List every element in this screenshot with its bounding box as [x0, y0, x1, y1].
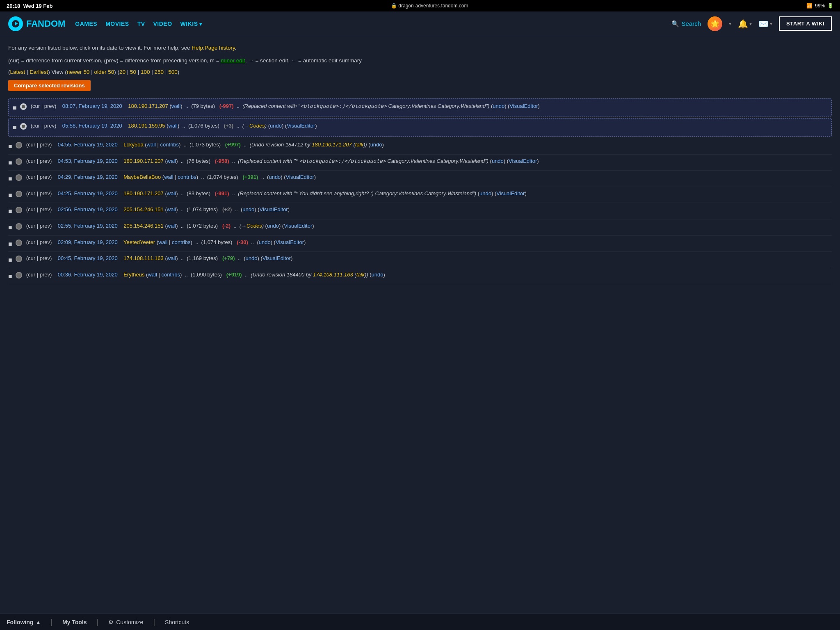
user-avatar[interactable]: 🌟 [708, 16, 722, 31]
rev-date[interactable]: 04:29, February 19, 2020 [58, 174, 118, 180]
compare-revisions-button[interactable]: Compare selected revisions [8, 80, 91, 91]
rev-delta: (+997) [225, 142, 241, 148]
radio-button[interactable] [16, 256, 22, 262]
wall-link[interactable]: wall [164, 174, 173, 180]
rev-username[interactable]: MaybeBellaBoo [123, 174, 161, 180]
radio-button[interactable] [16, 240, 22, 246]
radio-button[interactable] [20, 123, 27, 130]
wall-link[interactable]: wall [167, 255, 176, 261]
view250-link[interactable]: 250 [155, 69, 164, 75]
visual-editor-link[interactable]: VisualEditor [262, 255, 291, 261]
nav-movies[interactable]: MOVIES [105, 21, 129, 27]
undo-link[interactable]: undo [242, 206, 254, 212]
wall-link[interactable]: wall [171, 103, 180, 109]
radio-button[interactable] [16, 223, 22, 230]
radio-button[interactable] [16, 191, 22, 197]
rev-user-ip[interactable]: 174.108.111.163 [123, 255, 164, 261]
radio-button[interactable] [16, 174, 22, 181]
undo-link[interactable]: undo [370, 142, 382, 148]
visual-editor-link[interactable]: VisualEditor [287, 123, 315, 129]
wall-link[interactable]: wall [167, 223, 176, 229]
wall-link[interactable]: wall [169, 123, 178, 129]
rev-user-ip[interactable]: 180.190.171.207 [123, 190, 164, 196]
undo-link[interactable]: undo [492, 158, 504, 164]
rev-username[interactable]: Erytheus [123, 272, 144, 278]
rev-date[interactable]: 05:58, February 19, 2020 [62, 123, 122, 129]
older50-link[interactable]: older 50 [94, 69, 114, 75]
rev-username[interactable]: Lcky5oa [123, 142, 143, 148]
undo-link[interactable]: undo [270, 123, 282, 129]
visual-editor-link[interactable]: VisualEditor [284, 223, 312, 229]
rev-date[interactable]: 02:55, February 19, 2020 [58, 223, 118, 229]
visual-editor-link[interactable]: VisualEditor [276, 239, 304, 245]
wall-link[interactable]: wall [147, 142, 156, 148]
rev-date[interactable]: 02:56, February 19, 2020 [58, 206, 118, 212]
rev-bytes: (1,072 bytes) [187, 223, 218, 229]
wall-link[interactable]: wall [167, 158, 176, 164]
avatar-arrow[interactable]: ▾ [729, 21, 731, 27]
wall-link[interactable]: wall [167, 190, 176, 196]
rev-user-ip[interactable]: 205.154.246.151 [123, 223, 164, 229]
rev-user-ip[interactable]: 180.190.171.207 [128, 103, 168, 109]
view20-link[interactable]: 20 [119, 69, 126, 75]
messages-button[interactable]: ✉️ ▾ [758, 19, 772, 29]
rev-delta: (+919) [226, 272, 242, 278]
rev-user-ip[interactable]: 180.191.159.95 [128, 123, 165, 129]
view500-link[interactable]: 500 [168, 69, 178, 75]
nav-video[interactable]: VIDEO [153, 21, 172, 27]
undo-link[interactable]: undo [372, 272, 383, 278]
latest-link[interactable]: Latest [10, 69, 25, 75]
minor-edit-link[interactable]: minor edit [221, 57, 245, 64]
undo-link[interactable]: undo [259, 239, 271, 245]
radio-button[interactable] [16, 207, 22, 213]
help-page-history-link[interactable]: Help:Page history [192, 45, 235, 51]
search-button[interactable]: 🔍 Search [671, 20, 701, 27]
rev-date[interactable]: 04:53, February 19, 2020 [58, 158, 118, 164]
earliest-link[interactable]: Earliest [30, 69, 48, 75]
radio-button[interactable] [16, 142, 22, 148]
radio-button[interactable] [16, 272, 22, 278]
wall-link[interactable]: wall [167, 206, 176, 212]
rev-date[interactable]: 04:25, February 19, 2020 [58, 190, 118, 196]
visual-editor-link[interactable]: VisualEditor [509, 103, 538, 109]
rev-comment: (→Codes) [242, 123, 267, 129]
nav-wikis[interactable]: WIKIS [180, 21, 202, 27]
undo-link[interactable]: undo [269, 174, 281, 180]
contribs-link[interactable]: contribs [172, 239, 191, 245]
notifications-button[interactable]: 🔔 ▾ [738, 19, 752, 29]
nav-tv[interactable]: TV [137, 21, 145, 27]
rev-date[interactable]: 04:55, February 19, 2020 [58, 142, 118, 148]
rev-username[interactable]: YeetedYeeter [123, 239, 155, 245]
wall-link[interactable]: wall [158, 239, 167, 245]
undo-link[interactable]: undo [246, 255, 258, 261]
radio-button[interactable] [20, 103, 27, 110]
visual-editor-link[interactable]: VisualEditor [496, 190, 525, 196]
nav-games[interactable]: GAMES [75, 21, 97, 27]
rev-date[interactable]: 08:07, February 19, 2020 [62, 103, 122, 109]
visual-editor-link[interactable]: VisualEditor [286, 174, 314, 180]
newer50-link[interactable]: newer 50 [67, 69, 90, 75]
start-wiki-button[interactable]: START A WIKI [779, 16, 832, 31]
wall-link[interactable]: wall [148, 272, 157, 278]
undo-link[interactable]: undo [479, 190, 491, 196]
contribs-link[interactable]: contribs [161, 272, 180, 278]
rev-date[interactable]: 00:36, February 19, 2020 [58, 272, 118, 278]
rev-bytes: (83 bytes) [187, 190, 210, 196]
bullet-icon: ■ [8, 222, 12, 233]
table-row: ■ (cur | prev) 00:36, February 19, 2020 … [8, 268, 832, 285]
battery-indicator: 99% [815, 3, 825, 9]
rev-date[interactable]: 00:45, February 19, 2020 [58, 255, 118, 261]
undo-link[interactable]: undo [493, 103, 504, 109]
contribs-link[interactable]: contribs [178, 174, 196, 180]
rev-date[interactable]: 02:09, February 19, 2020 [58, 239, 118, 245]
view50-link[interactable]: 50 [130, 69, 136, 75]
radio-button[interactable] [16, 158, 22, 165]
fandom-logo[interactable]: FANDOM [8, 16, 65, 31]
rev-user-ip[interactable]: 205.154.246.151 [123, 206, 164, 212]
visual-editor-link[interactable]: VisualEditor [260, 206, 288, 212]
undo-link[interactable]: undo [267, 223, 279, 229]
contribs-link[interactable]: contribs [160, 142, 179, 148]
visual-editor-link[interactable]: VisualEditor [509, 158, 537, 164]
rev-user-ip[interactable]: 180.190.171.207 [123, 158, 164, 164]
view100-link[interactable]: 100 [141, 69, 150, 75]
